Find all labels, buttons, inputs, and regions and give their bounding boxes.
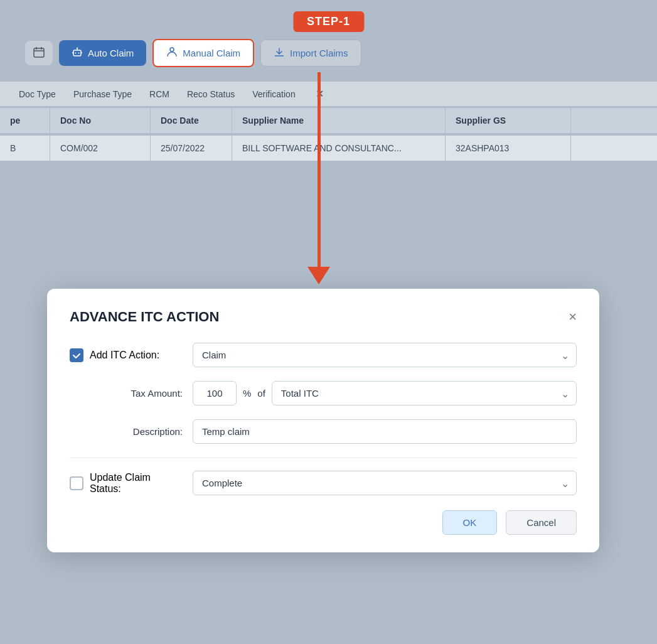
pct-symbol: % (243, 388, 251, 399)
add-itc-checkbox[interactable] (70, 348, 83, 362)
col-header-type: pe (0, 108, 50, 133)
modal-footer: OK Cancel (70, 510, 577, 535)
tax-pct-input[interactable] (193, 381, 237, 405)
tax-type-select-wrapper: Total ITC IGST CGST SGST ⌄ (272, 381, 577, 405)
update-claim-checkbox-label: Update Claim Status: (70, 472, 183, 495)
add-itc-checkbox-label: Add ITC Action: (70, 348, 183, 362)
filter-verification[interactable]: Verification (252, 89, 295, 99)
svg-point-6 (78, 53, 80, 54)
svg-point-8 (77, 48, 78, 49)
cancel-button[interactable]: Cancel (506, 510, 577, 535)
filter-purchase-type[interactable]: Purchase Type (73, 89, 132, 99)
update-claim-checkbox[interactable] (70, 476, 83, 490)
filter-doc-type[interactable]: Doc Type (19, 89, 56, 99)
modal-title: ADVANCE ITC ACTION (70, 309, 219, 325)
cell-docno: COM/002 (50, 136, 151, 161)
modal-close-button[interactable]: × (569, 310, 577, 324)
calendar-icon (33, 46, 45, 60)
update-claim-row: Update Claim Status: Complete Pending ⌄ (70, 471, 577, 495)
tax-amount-label: Tax Amount: (70, 388, 183, 399)
advance-itc-modal: ADVANCE ITC ACTION × Add ITC Action: Cla… (47, 289, 599, 552)
arrow-line (318, 72, 321, 267)
download-icon (274, 46, 285, 60)
calendar-button[interactable] (25, 41, 53, 65)
col-header-docno: Doc No (50, 108, 151, 133)
of-label: of (257, 388, 265, 399)
tax-type-select[interactable]: Total ITC IGST CGST SGST (272, 381, 577, 405)
description-row: Description: (70, 419, 577, 444)
modal-header: ADVANCE ITC ACTION × (70, 309, 577, 325)
svg-rect-4 (73, 50, 81, 56)
col-header-suppgs: Supplier GS (446, 108, 571, 133)
description-input[interactable] (193, 419, 577, 444)
ok-button[interactable]: OK (442, 510, 498, 535)
add-itc-select-wrapper: Claim Reverse ⌄ (193, 343, 577, 367)
robot-icon (72, 46, 83, 60)
cell-suppgs: 32ASHPA013 (446, 136, 571, 161)
tax-amount-inputs: % of Total ITC IGST CGST SGST ⌄ (193, 381, 577, 405)
description-label: Description: (70, 426, 183, 437)
filter-rcm[interactable]: RCM (149, 89, 169, 99)
svg-rect-0 (34, 48, 44, 57)
manual-claim-button[interactable]: Manual Claim (152, 39, 254, 67)
col-header-docdate: Doc Date (151, 108, 232, 133)
form-divider (70, 458, 577, 458)
toolbar: Auto Claim Manual Claim Import Claims (25, 39, 644, 67)
import-claims-label: Import Claims (290, 48, 348, 58)
cell-docdate: 25/07/2022 (151, 136, 232, 161)
add-itc-label: Add ITC Action: (90, 350, 159, 361)
col-header-suppname: Supplier Name (232, 108, 446, 133)
add-itc-row: Add ITC Action: Claim Reverse ⌄ (70, 343, 577, 367)
update-claim-select-wrapper: Complete Pending ⌄ (193, 471, 577, 495)
filter-reco-status[interactable]: Reco Status (187, 89, 235, 99)
cell-suppname: BILL SOFTWARE AND CONSULTANC... (232, 136, 446, 161)
tax-amount-row: Tax Amount: % of Total ITC IGST CGST SGS… (70, 381, 577, 405)
cell-type: B (0, 136, 50, 161)
person-icon (166, 46, 178, 60)
add-itc-select[interactable]: Claim Reverse (193, 343, 577, 367)
step-arrow (307, 72, 330, 284)
update-claim-label: Update Claim Status: (90, 472, 183, 495)
arrow-head (307, 267, 330, 284)
svg-point-5 (75, 53, 77, 54)
manual-claim-label: Manual Claim (183, 48, 240, 58)
auto-claim-button[interactable]: Auto Claim (59, 40, 146, 66)
svg-point-11 (170, 48, 174, 51)
auto-claim-label: Auto Claim (88, 48, 134, 58)
step-badge: STEP-1 (293, 11, 364, 32)
import-claims-button[interactable]: Import Claims (260, 40, 361, 67)
update-claim-select[interactable]: Complete Pending (193, 471, 577, 495)
